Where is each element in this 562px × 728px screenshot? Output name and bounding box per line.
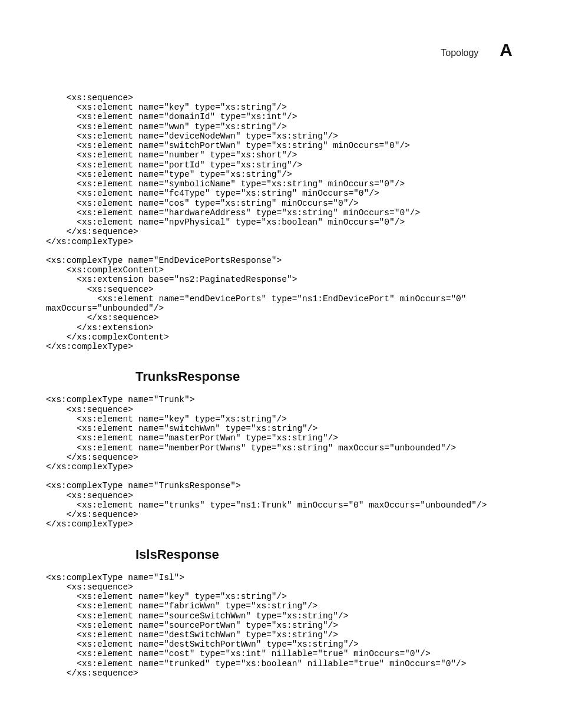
page-header: Topology A <box>46 40 513 60</box>
code-block-enddeviceports: <xs:sequence> <xs:element name="key" typ… <box>46 93 513 351</box>
code-block-islsresponse: <xs:complexType name="Isl"> <xs:sequence… <box>46 573 513 678</box>
code-block-trunksresponse: <xs:complexType name="Trunk"> <xs:sequen… <box>46 395 513 529</box>
heading-trunksresponse: TrunksResponse <box>135 369 513 384</box>
header-appendix-letter: A <box>500 40 513 60</box>
header-section-label: Topology <box>441 48 478 58</box>
heading-islsresponse: IslsResponse <box>135 547 513 562</box>
